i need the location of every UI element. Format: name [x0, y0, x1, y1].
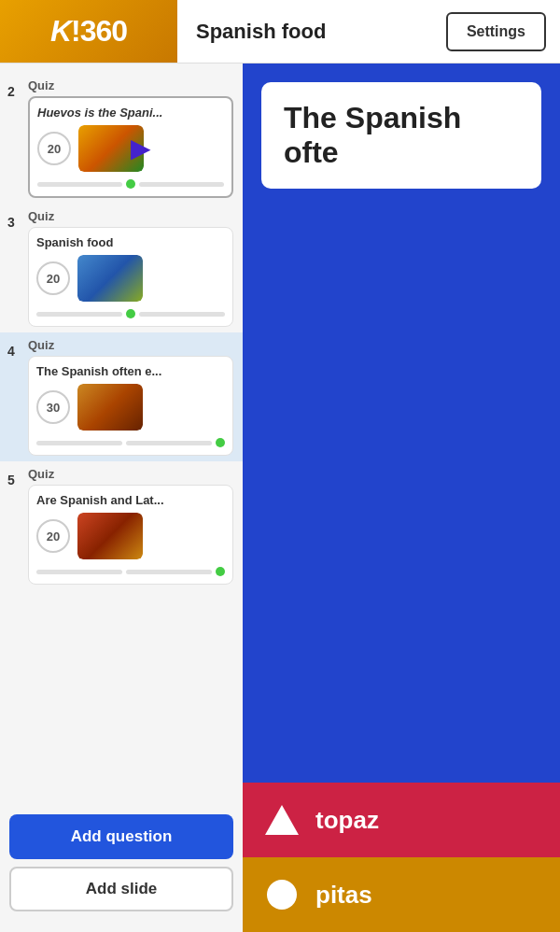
bar-4 — [139, 312, 225, 317]
quiz-bars-3 — [36, 309, 225, 318]
sidebar-item-2[interactable]: ⧉ 🗑 2 Quiz Huevos is the Spani... 20 ▶ — [0, 73, 243, 204]
thumb-image-2 — [78, 125, 144, 172]
answer-shape-circle — [265, 878, 299, 911]
circle-icon — [267, 880, 297, 910]
quiz-thumbnail-5 — [77, 513, 143, 559]
item-type-2: Quiz — [28, 78, 233, 92]
add-slide-button[interactable]: Add slide — [9, 867, 233, 911]
sidebar-item-4[interactable]: ⧉ 🗑 4 Quiz The Spanish often e... 30 — [0, 332, 243, 461]
quiz-title-2: Huevos is the Spani... — [37, 106, 224, 120]
sidebar-item-5[interactable]: 5 Quiz Are Spanish and Lat... 20 — [0, 461, 243, 590]
main-layout: ⧉ 🗑 2 Quiz Huevos is the Spani... 20 ▶ — [0, 64, 560, 932]
bar-2 — [139, 182, 224, 187]
item-number-5: 5 — [7, 473, 15, 487]
preview-answers: topaz pitas — [243, 783, 560, 932]
triangle-icon — [265, 805, 299, 835]
answer-text-1: topaz — [315, 806, 379, 835]
item-type-3: Quiz — [28, 209, 233, 223]
bar-3 — [36, 312, 122, 317]
logo-area: K!360 — [0, 0, 177, 63]
quiz-bars-5 — [36, 567, 225, 576]
thumb-image-3 — [77, 255, 143, 302]
item-type-4: Quiz — [28, 338, 233, 352]
quiz-card-3[interactable]: Spanish food 20 — [28, 227, 233, 327]
sidebar: ⧉ 🗑 2 Quiz Huevos is the Spani... 20 ▶ — [0, 64, 243, 932]
item-type-5: Quiz — [28, 467, 233, 481]
quiz-card-2[interactable]: Huevos is the Spani... 20 ▶ — [28, 96, 233, 198]
progress-dot-2 — [126, 179, 135, 189]
settings-button[interactable]: Settings — [446, 12, 546, 51]
page-title: Spanish food — [177, 20, 446, 44]
point-badge-2: 20 — [37, 132, 71, 165]
quiz-bars-4 — [36, 438, 225, 447]
answer-option-1: topaz — [243, 783, 560, 857]
thumb-image-4 — [77, 384, 143, 431]
quiz-thumbnail-4 — [77, 384, 143, 431]
bar-1 — [37, 182, 122, 187]
logo: K!360 — [50, 14, 127, 49]
quiz-title-5: Are Spanish and Lat... — [36, 493, 225, 507]
progress-dot-4 — [216, 438, 225, 447]
quiz-card-4[interactable]: The Spanish often e... 30 — [28, 356, 233, 456]
answer-option-2: pitas — [243, 857, 560, 932]
preview-pane: The Spanish ofte topaz pitas — [243, 64, 560, 932]
quiz-body-3: 20 — [36, 255, 225, 302]
bar-5 — [36, 441, 122, 445]
quiz-body-5: 20 — [36, 513, 225, 559]
item-number-3: 3 — [7, 215, 15, 230]
item-number-4: 4 — [7, 344, 15, 359]
bar-6 — [126, 441, 212, 445]
add-buttons-area: Add question Add slide — [0, 803, 243, 923]
quiz-body-2: 20 ▶ — [37, 125, 224, 172]
progress-dot-3 — [126, 309, 135, 318]
quiz-bars-2 — [37, 179, 224, 189]
bar-7 — [36, 570, 122, 574]
answer-text-2: pitas — [315, 881, 372, 910]
point-badge-3: 20 — [36, 261, 70, 295]
bar-8 — [126, 570, 212, 574]
add-question-button[interactable]: Add question — [9, 814, 233, 859]
sidebar-item-3[interactable]: 3 Quiz Spanish food 20 — [0, 204, 243, 332]
header: K!360 Spanish food Settings — [0, 0, 560, 64]
answer-shape-triangle — [265, 803, 299, 837]
point-badge-5: 20 — [36, 519, 70, 553]
quiz-title-4: The Spanish often e... — [36, 364, 225, 378]
quiz-thumbnail-3 — [77, 255, 143, 302]
quiz-thumbnail-2 — [78, 125, 144, 172]
item-number-2: 2 — [7, 84, 15, 99]
point-badge-4: 30 — [36, 390, 70, 424]
thumb-image-5 — [77, 513, 143, 559]
quiz-title-3: Spanish food — [36, 235, 225, 249]
quiz-body-4: 30 — [36, 384, 225, 431]
progress-dot-5 — [216, 567, 225, 576]
preview-question: The Spanish ofte — [261, 82, 541, 189]
quiz-card-5[interactable]: Are Spanish and Lat... 20 — [28, 485, 233, 585]
